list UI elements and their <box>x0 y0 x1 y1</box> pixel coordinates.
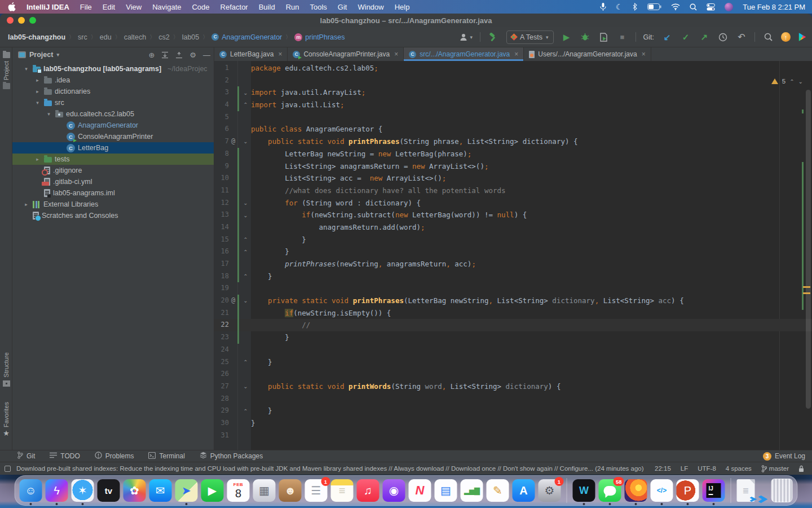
project-panel-title-group[interactable]: Project ▾ <box>18 51 59 59</box>
git-history-icon[interactable] <box>717 31 729 43</box>
menu-item-edit[interactable]: Edit <box>103 3 115 11</box>
fold-toggle-icon[interactable]: ⌄ <box>240 90 251 96</box>
git-commit-button[interactable]: ✓ <box>680 31 691 43</box>
tree-item-lab05-changzhou-lab05-anagrams-[interactable]: ▾ lab05-changzhou [lab05-anagrams]~/Idea… <box>12 63 214 75</box>
menu-item-window[interactable]: Window <box>358 3 383 11</box>
dock-item-powerpoint[interactable]: P <box>677 479 699 502</box>
rollback-button[interactable]: ↶ <box>736 31 747 43</box>
dock-item-trash[interactable] <box>771 479 793 502</box>
code-line-18[interactable]: 18 ⌃ } <box>214 270 812 283</box>
minimize-window-button[interactable] <box>18 17 25 24</box>
menu-item-file[interactable]: File <box>80 3 92 11</box>
dock-item-music[interactable]: ♫ <box>357 479 379 502</box>
indent-setting[interactable]: 4 spaces <box>726 465 752 472</box>
dock-item-calendar[interactable]: FEB8 <box>227 479 250 502</box>
dock-item-vscode[interactable]: </> <box>651 479 673 502</box>
control-center-icon[interactable] <box>707 3 715 11</box>
event-log-button[interactable]: 3 Event Log <box>763 452 805 461</box>
tree-expand-arrow[interactable]: ▾ <box>45 111 52 117</box>
profile-icon[interactable]: ▾ <box>460 31 473 43</box>
tree-item-src[interactable]: ▾ src <box>12 97 214 108</box>
menu-item-navigate[interactable]: Navigate <box>152 3 181 11</box>
code-line-5[interactable]: 5 <box>214 111 812 124</box>
code-line-21[interactable]: 21 if(newString.isEmpty()) { <box>214 307 812 319</box>
code-line-6[interactable]: 6 public class AnagramGenerator { <box>214 123 812 135</box>
dock-item-photos[interactable]: ✿ <box>123 479 146 502</box>
window-title-bar[interactable]: lab05-changzhou – src/.../AnagramGenerat… <box>0 14 812 27</box>
do-not-disturb-icon[interactable]: ☾ <box>616 2 623 11</box>
code-line-26[interactable]: 26 <box>214 368 812 380</box>
git-update-button[interactable]: ↙ <box>661 31 673 43</box>
fold-toggle-icon[interactable]: ⌄ <box>240 383 251 389</box>
run-with-coverage-button[interactable] <box>598 31 610 43</box>
code-line-31[interactable]: 31 <box>214 430 812 442</box>
code-line-3[interactable]: 3 ⌄ import java.util.ArrayList; <box>214 86 812 99</box>
warning-stripe-mark[interactable] <box>803 286 810 288</box>
code-line-2[interactable]: 2 <box>214 75 812 87</box>
breadcrumb-item[interactable]: cs2 <box>158 33 169 41</box>
fold-toggle-icon[interactable]: ⌄ <box>240 297 251 304</box>
code-line-28[interactable]: 28 <box>214 393 812 405</box>
fold-toggle-icon[interactable]: ⌃ <box>240 273 251 279</box>
hide-panel-icon[interactable]: — <box>203 51 210 59</box>
dock-item-system-preferences[interactable]: ⚙1 <box>539 479 561 502</box>
ide-promo-icon[interactable] <box>798 33 806 41</box>
dock-item-app-store[interactable]: A <box>513 479 535 502</box>
breadcrumb-item[interactable]: src <box>78 33 87 41</box>
editor-tab[interactable]: CLetterBag.java × <box>214 47 288 61</box>
dock-item-finder[interactable]: ☺ <box>20 479 42 502</box>
breadcrumb-item[interactable]: CAnagramGenerator <box>211 33 282 41</box>
code-line-14[interactable]: 14 anagramsReturn.add(word); <box>214 221 812 234</box>
code-line-12[interactable]: 12 ⌄ for (String word : dictionary) { <box>214 197 812 209</box>
code-line-17[interactable]: 17 printPhrases(newString, anagramsRetur… <box>214 258 812 270</box>
caret-position[interactable]: 22:15 <box>655 465 671 472</box>
dock-item-intellij[interactable]: IJ <box>703 479 725 502</box>
line-separator[interactable]: LF <box>681 465 688 472</box>
tree-item-external-libraries[interactable]: ▸ External Libraries <box>12 199 214 210</box>
inspections-widget[interactable]: 5 ⌃ ⌄ <box>771 78 803 85</box>
code-line-11[interactable]: 11 //what does dictionary have? all the … <box>214 185 812 197</box>
spotlight-icon[interactable] <box>690 3 697 11</box>
tool-window-button-terminal[interactable]: Terminal <box>148 452 184 461</box>
status-message[interactable]: Download pre-built shared indexes: Reduc… <box>16 465 644 472</box>
code-line-8[interactable]: 8 LetterBag newString = new LetterBag(ph… <box>214 148 812 160</box>
run-configuration-select[interactable]: A Tests ▾ <box>506 30 554 44</box>
tree-item-edu-caltech-cs2-lab05[interactable]: ▾ edu.caltech.cs2.lab05 <box>12 108 214 120</box>
ide-update-icon[interactable]: ↑ <box>781 32 791 42</box>
bluetooth-icon[interactable] <box>632 3 638 11</box>
tree-expand-arrow[interactable]: ▸ <box>23 202 30 207</box>
fold-toggle-icon[interactable]: ⌃ <box>240 237 251 243</box>
zoom-window-button[interactable] <box>29 17 36 24</box>
tool-window-button-git[interactable]: Git <box>17 452 35 461</box>
fold-toggle-icon[interactable]: ⌃ <box>240 408 251 414</box>
dock-item-vscode-mini[interactable] <box>758 494 768 504</box>
editor-tab[interactable]: Csrc/.../AnagramGenerator.java × <box>404 47 524 61</box>
tool-window-button-python-packages[interactable]: Python Packages <box>200 452 263 461</box>
fold-toggle-icon[interactable]: ⌄ <box>240 212 251 218</box>
dock-item-podcasts[interactable]: ◉ <box>383 479 405 502</box>
dock-item-firefox[interactable] <box>625 479 647 502</box>
menu-item-tools[interactable]: Tools <box>310 3 326 11</box>
battery-icon[interactable] <box>647 3 661 10</box>
breadcrumb-item[interactable]: mprintPhrases <box>294 33 345 41</box>
dock-item-news[interactable]: N <box>409 479 431 502</box>
menu-item-view[interactable]: View <box>126 3 142 11</box>
code-line-19[interactable]: 19 <box>214 282 812 295</box>
previous-warning-icon[interactable]: ⌃ <box>789 78 794 85</box>
menu-item-help[interactable]: Help <box>395 3 410 11</box>
tree-item--idea[interactable]: ▸ .idea <box>12 75 214 86</box>
build-hammer-icon[interactable] <box>488 31 499 43</box>
dock-item-keynote[interactable]: ▤ <box>435 479 457 502</box>
code-line-10[interactable]: 10 List<String> acc = new ArrayList<>(); <box>214 172 812 185</box>
code-line-29[interactable]: 29 ⌃ } <box>214 405 812 417</box>
code-line-24[interactable]: 24 <box>214 344 812 356</box>
fold-toggle-icon[interactable]: ⌃ <box>240 249 251 255</box>
dock-item-facetime[interactable]: ▶ <box>201 479 224 502</box>
breadcrumb-item[interactable]: edu <box>100 33 112 41</box>
code-line-15[interactable]: 15 ⌃ } <box>214 234 812 246</box>
tree-item-anagramgenerator[interactable]: C AnagramGenerator <box>12 120 214 131</box>
git-push-button[interactable]: ↗ <box>699 31 710 43</box>
intention-bulb-icon[interactable] <box>240 321 247 329</box>
close-tab-icon[interactable]: × <box>642 50 646 58</box>
menu-item-refactor[interactable]: Refactor <box>220 3 248 11</box>
